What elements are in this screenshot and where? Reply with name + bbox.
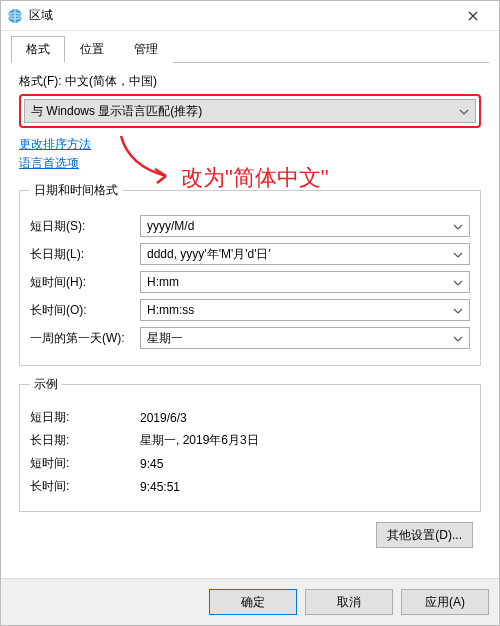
chevron-down-icon bbox=[453, 331, 463, 345]
short-time-combo[interactable]: H:mm bbox=[140, 271, 470, 293]
ok-button[interactable]: 确定 bbox=[209, 589, 297, 615]
chevron-down-icon bbox=[453, 247, 463, 261]
datetime-format-legend: 日期和时间格式 bbox=[30, 182, 122, 199]
example-long-date-value: 星期一, 2019年6月3日 bbox=[140, 432, 259, 449]
chevron-down-icon bbox=[453, 219, 463, 233]
format-label: 格式(F): 中文(简体，中国) bbox=[19, 73, 481, 90]
long-date-combo[interactable]: dddd, yyyy'年'M'月'd'日' bbox=[140, 243, 470, 265]
short-time-label: 短时间(H): bbox=[30, 274, 140, 291]
long-time-combo[interactable]: H:mm:ss bbox=[140, 299, 470, 321]
first-day-value: 星期一 bbox=[147, 330, 183, 347]
format-select[interactable]: 与 Windows 显示语言匹配(推荐) bbox=[24, 99, 476, 123]
region-dialog: 区域 格式 位置 管理 格式(F): 中文(简体，中国) 与 Windows 显… bbox=[0, 0, 500, 626]
change-sort-link[interactable]: 更改排序方法 bbox=[19, 136, 481, 153]
language-preferences-link[interactable]: 语言首选项 bbox=[19, 155, 481, 172]
format-select-value: 与 Windows 显示语言匹配(推荐) bbox=[31, 103, 202, 120]
dialog-body: 格式 位置 管理 格式(F): 中文(简体，中国) 与 Windows 显示语言… bbox=[1, 31, 499, 578]
other-settings-row: 其他设置(D)... bbox=[19, 522, 473, 548]
example-short-date-label: 短日期: bbox=[30, 409, 140, 426]
apply-button[interactable]: 应用(A) bbox=[401, 589, 489, 615]
titlebar: 区域 bbox=[1, 1, 499, 31]
tab-content: 格式(F): 中文(简体，中国) 与 Windows 显示语言匹配(推荐) 更改… bbox=[11, 73, 489, 548]
example-long-date-label: 长日期: bbox=[30, 432, 140, 449]
chevron-down-icon bbox=[453, 275, 463, 289]
tab-location[interactable]: 位置 bbox=[65, 36, 119, 63]
close-button[interactable] bbox=[453, 2, 493, 30]
example-short-date-value: 2019/6/3 bbox=[140, 411, 187, 425]
example-long-time-label: 长时间: bbox=[30, 478, 140, 495]
tab-bar: 格式 位置 管理 bbox=[11, 35, 489, 63]
long-date-value: dddd, yyyy'年'M'月'd'日' bbox=[147, 246, 271, 263]
chevron-down-icon bbox=[453, 303, 463, 317]
cancel-button[interactable]: 取消 bbox=[305, 589, 393, 615]
datetime-format-fieldset: 日期和时间格式 短日期(S): yyyy/M/d 长日期(L): dddd, y… bbox=[19, 182, 481, 366]
short-date-combo[interactable]: yyyy/M/d bbox=[140, 215, 470, 237]
links-block: 更改排序方法 语言首选项 bbox=[19, 136, 481, 172]
example-legend: 示例 bbox=[30, 376, 62, 393]
other-settings-button[interactable]: 其他设置(D)... bbox=[376, 522, 473, 548]
first-day-label: 一周的第一天(W): bbox=[30, 330, 140, 347]
example-short-time-value: 9:45 bbox=[140, 457, 163, 471]
first-day-combo[interactable]: 星期一 bbox=[140, 327, 470, 349]
chevron-down-icon bbox=[459, 104, 469, 118]
annotation-highlight-box: 与 Windows 显示语言匹配(推荐) bbox=[19, 94, 481, 128]
tab-admin[interactable]: 管理 bbox=[119, 36, 173, 63]
example-short-time-label: 短时间: bbox=[30, 455, 140, 472]
window-title: 区域 bbox=[29, 7, 453, 24]
long-time-value: H:mm:ss bbox=[147, 303, 194, 317]
short-time-value: H:mm bbox=[147, 275, 179, 289]
short-date-label: 短日期(S): bbox=[30, 218, 140, 235]
globe-icon bbox=[7, 8, 23, 24]
example-long-time-value: 9:45:51 bbox=[140, 480, 180, 494]
tab-format[interactable]: 格式 bbox=[11, 36, 65, 63]
long-date-label: 长日期(L): bbox=[30, 246, 140, 263]
short-date-value: yyyy/M/d bbox=[147, 219, 194, 233]
example-fieldset: 示例 短日期: 2019/6/3 长日期: 星期一, 2019年6月3日 短时间… bbox=[19, 376, 481, 512]
dialog-footer: 确定 取消 应用(A) bbox=[1, 578, 499, 625]
long-time-label: 长时间(O): bbox=[30, 302, 140, 319]
